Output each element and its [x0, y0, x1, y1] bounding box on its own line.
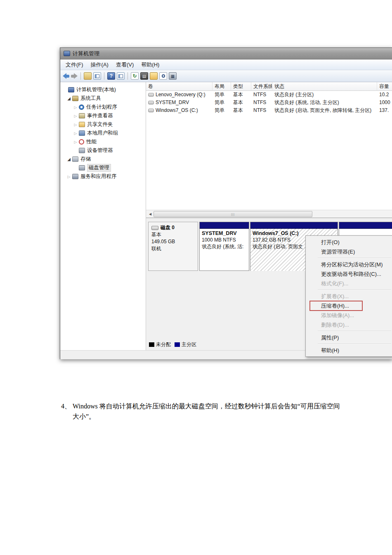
disk-status: 联机 [151, 245, 195, 252]
device-manager-icon [79, 148, 85, 153]
help-icon[interactable]: ? [107, 72, 115, 80]
column-header-type[interactable]: 类型 [231, 82, 251, 91]
menu-item-delete-volume[interactable]: 删除卷(D)... [306, 320, 392, 330]
tree-item-shared-folders[interactable]: ▷ 共享文件夹 [60, 120, 146, 129]
disk-export-icon[interactable]: ▦ [169, 72, 177, 80]
table-row[interactable]: Windows7_OS (C:) 简单 基本 NTFS 状态良好 (启动, 页面… [146, 107, 392, 114]
volume-context-menu: 打开(O) 资源管理器(E) 将分区标记为活动分区(M) 更改驱动器号和路径(C… [305, 235, 392, 357]
volume-block-system-drv[interactable]: SYSTEM_DRV 1000 MB NTFS 状态良好 (系统, 活: [199, 222, 249, 271]
tree-item-disk-management[interactable]: 磁盘管理 [60, 164, 146, 172]
tree-item-system-tools[interactable]: ◢ 系统工具 [60, 94, 146, 103]
column-header-layout[interactable]: 布局 [213, 82, 231, 91]
table-row[interactable]: SYSTEM_DRV 简单 基本 NTFS 状态良好 (系统, 活动, 主分区)… [146, 99, 392, 107]
table-row[interactable]: Lenovo_Recovery (Q:) 简单 基本 NTFS 状态良好 (主分… [146, 91, 392, 99]
menu-help[interactable]: 帮助(H) [137, 60, 163, 70]
toolbar-separator [104, 72, 104, 80]
open-folder-icon[interactable] [150, 72, 158, 80]
menu-bar: 文件(F) 操作(A) 查看(V) 帮助(H) [60, 59, 392, 70]
app-icon [64, 51, 70, 56]
task-scheduler-icon [79, 104, 84, 110]
expander-collapsed-icon[interactable]: ▷ [73, 140, 78, 144]
menu-item-explorer[interactable]: 资源管理器(E) [306, 247, 392, 256]
menu-item-open[interactable]: 打开(O) [306, 237, 392, 247]
disk-type: 基本 [151, 231, 195, 238]
expander-collapsed-icon[interactable]: ▷ [73, 123, 78, 127]
menu-item-properties[interactable]: 属性(P) [306, 333, 392, 342]
menu-item-mark-active[interactable]: 将分区标记为活动分区(M) [306, 260, 392, 269]
console-window-alt-icon[interactable] [117, 72, 125, 80]
primary-partition-swatch [175, 342, 180, 347]
back-arrow-icon[interactable] [63, 72, 69, 80]
expander-collapsed-icon[interactable]: ▷ [73, 114, 78, 118]
window-title: 计算机管理 [73, 50, 99, 57]
volume-header-bar [339, 222, 392, 229]
volume-icon [148, 93, 154, 97]
column-header-capacity[interactable]: 容量 [377, 82, 392, 91]
column-header-status[interactable]: 状态 [272, 82, 377, 91]
tree-item-event-viewer[interactable]: ▷ 事件查看器 [60, 111, 146, 120]
disk-size: 149.05 GB [151, 238, 195, 245]
step-text: Windows 将自动计算机允许压缩出的最大磁盘空间，经过数秒钟计算后会告知“可… [73, 401, 340, 422]
disk-management-icon [79, 165, 85, 171]
shared-folders-icon [79, 122, 85, 127]
menu-item-change-drive-letter[interactable]: 更改驱动器号和路径(C)... [306, 269, 392, 279]
horizontal-scrollbar[interactable]: ◀ ||| [146, 210, 392, 218]
menu-separator [318, 258, 391, 259]
tree-item-task-scheduler[interactable]: ▷ 任务计划程序 [60, 103, 146, 111]
clipboard-icon[interactable] [84, 72, 92, 80]
menu-separator [318, 289, 391, 290]
menu-item-add-mirror[interactable]: 添加镜像(A)... [306, 311, 392, 320]
expander-expanded-icon[interactable]: ◢ [66, 157, 72, 161]
menu-view[interactable]: 查看(V) [112, 60, 137, 70]
tree-item-local-users[interactable]: ▷ 本地用户和组 [60, 129, 146, 138]
expander-expanded-icon[interactable]: ◢ [66, 96, 72, 101]
properties-sheet-icon[interactable]: ▤ [140, 72, 148, 80]
volume-header-bar [200, 222, 249, 229]
refresh-icon[interactable]: ↻ [131, 72, 139, 80]
services-icon [72, 174, 78, 179]
toolbar-separator [80, 72, 81, 80]
menu-separator [318, 331, 391, 332]
partition-legend: 未分配 主分区 [149, 341, 196, 348]
menu-action[interactable]: 操作(A) [87, 60, 112, 70]
expander-collapsed-icon[interactable]: ▷ [73, 131, 78, 135]
tree-item-performance[interactable]: ▷ 性能 [60, 138, 146, 146]
event-viewer-icon [79, 113, 85, 119]
disk-icon [151, 226, 158, 230]
computer-icon [68, 87, 74, 92]
expander-collapsed-icon[interactable]: ▷ [73, 105, 78, 109]
tree-item-device-manager[interactable]: 设备管理器 [60, 146, 146, 155]
magnifier-icon[interactable] [159, 72, 167, 80]
tree-item-storage[interactable]: ◢ 存储 [60, 155, 146, 164]
volume-list: 卷 布局 类型 文件系统 状态 容量 Lenovo_Recovery (Q:) … [146, 82, 392, 210]
expander-collapsed-icon[interactable]: ▷ [66, 175, 72, 179]
volume-header-bar [250, 222, 338, 229]
menu-file[interactable]: 文件(F) [62, 60, 87, 70]
forward-arrow-icon[interactable] [71, 72, 78, 80]
menu-item-shrink-volume[interactable]: 压缩卷(H)... [306, 301, 392, 311]
console-window-icon[interactable] [93, 72, 101, 80]
title-bar[interactable]: 计算机管理 [60, 48, 392, 59]
column-header-filesystem[interactable]: 文件系统 [251, 82, 272, 91]
tree-item-computer-management[interactable]: 计算机管理(本地) [60, 85, 146, 94]
toolbar-separator [128, 72, 128, 80]
volume-icon [148, 109, 154, 112]
menu-item-help[interactable]: 帮助(H) [306, 346, 392, 355]
disk-0-info[interactable]: 磁盘 0 基本 149.05 GB 联机 [148, 222, 198, 271]
performance-icon [79, 139, 84, 145]
column-header-volume[interactable]: 卷 [146, 82, 213, 91]
menu-item-extend-volume[interactable]: 扩展卷(X)... [306, 292, 392, 301]
scroll-left-arrow-icon[interactable]: ◀ [147, 211, 153, 217]
unallocated-swatch [149, 342, 154, 347]
scrollbar-thumb[interactable]: ||| [153, 211, 312, 217]
document-page: 计算机管理 文件(F) 操作(A) 查看(V) 帮助(H) ? ↻ ▤ ▦ [0, 0, 392, 555]
local-users-icon [79, 130, 85, 136]
toolbar: ? ↻ ▤ ▦ [60, 70, 392, 82]
step-number: 4、 [61, 401, 73, 422]
volume-list-header: 卷 布局 类型 文件系统 状态 容量 [146, 82, 392, 91]
volume-icon [148, 101, 154, 104]
menu-item-format[interactable]: 格式化(F)... [306, 279, 392, 288]
console-tree: 计算机管理(本地) ◢ 系统工具 ▷ 任务计划程序 ▷ 事件查看器 [60, 82, 146, 350]
menu-separator [318, 344, 391, 344]
tree-item-services[interactable]: ▷ 服务和应用程序 [60, 172, 146, 181]
